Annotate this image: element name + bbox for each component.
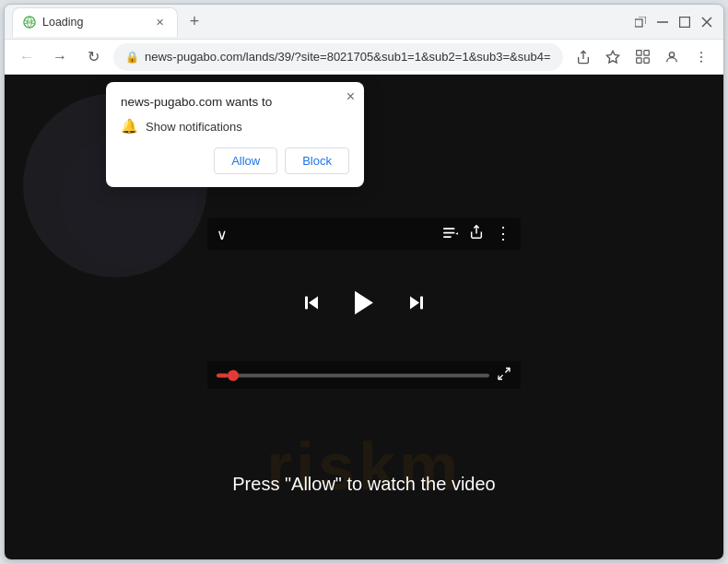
close-window-button[interactable] xyxy=(698,13,716,31)
popup-close-button[interactable]: × xyxy=(346,89,355,104)
player-share-icon[interactable] xyxy=(469,225,484,243)
svg-rect-8 xyxy=(636,51,640,55)
player-main xyxy=(207,251,521,361)
svg-rect-1 xyxy=(635,19,642,27)
svg-rect-9 xyxy=(643,51,648,55)
svg-rect-11 xyxy=(643,58,648,63)
player-top-controls: ⋮ xyxy=(443,225,511,243)
tab-title: Loading xyxy=(42,16,146,29)
svg-rect-3 xyxy=(680,17,690,27)
allow-prompt-text: Press "Allow" to watch the video xyxy=(5,474,723,495)
svg-point-12 xyxy=(669,52,674,56)
restore-down-button[interactable] xyxy=(631,13,650,31)
browser-window: Loading ✕ + ← xyxy=(4,4,724,560)
url-box[interactable]: 🔒 news-pugabo.com/lands/39/?site=8021705… xyxy=(113,43,563,71)
player-next-button[interactable] xyxy=(405,292,428,320)
bookmark-button[interactable] xyxy=(600,44,626,70)
player-collapse-button[interactable]: ∨ xyxy=(217,225,228,242)
svg-rect-25 xyxy=(420,297,423,310)
popup-buttons: Allow Block xyxy=(121,147,349,174)
url-text: news-pugabo.com/lands/39/?site=8021705&s… xyxy=(145,50,551,64)
share-button[interactable] xyxy=(570,44,596,70)
player-fullscreen-button[interactable] xyxy=(497,367,511,384)
back-button[interactable]: ← xyxy=(14,44,40,70)
svg-point-15 xyxy=(700,60,702,62)
svg-rect-16 xyxy=(443,228,454,229)
window-controls xyxy=(631,13,716,31)
player-progress-bar[interactable] xyxy=(217,373,489,377)
block-button[interactable]: Block xyxy=(285,147,349,174)
popup-title: news-pugabo.com wants to xyxy=(121,95,349,109)
profile-button[interactable] xyxy=(659,44,685,70)
allow-button[interactable]: Allow xyxy=(214,147,277,174)
svg-marker-7 xyxy=(606,51,618,63)
menu-button[interactable] xyxy=(688,44,714,70)
refresh-button[interactable]: ↻ xyxy=(80,44,106,70)
player-progress-fill xyxy=(217,373,228,377)
tab-close-button[interactable]: ✕ xyxy=(151,14,168,30)
video-player: ∨ xyxy=(207,217,521,390)
notification-popup: × news-pugabo.com wants to 🔔 Show notifi… xyxy=(106,82,364,187)
svg-point-13 xyxy=(700,52,702,53)
player-bottom-bar xyxy=(207,361,521,390)
tab-search-button[interactable] xyxy=(629,44,655,70)
player-play-button[interactable] xyxy=(348,287,380,324)
bell-icon: 🔔 xyxy=(121,118,138,135)
tab-bar: Loading ✕ + xyxy=(12,7,631,37)
svg-point-14 xyxy=(700,56,702,58)
svg-point-0 xyxy=(24,17,35,28)
svg-rect-17 xyxy=(443,232,454,234)
svg-rect-10 xyxy=(636,58,640,63)
player-more-icon[interactable]: ⋮ xyxy=(495,225,511,243)
player-prev-button[interactable] xyxy=(300,292,323,320)
player-playlist-icon[interactable] xyxy=(443,225,458,243)
popup-notification-label: Show notifications xyxy=(146,120,242,134)
toolbar-actions xyxy=(570,44,714,70)
svg-rect-18 xyxy=(443,236,452,238)
svg-line-26 xyxy=(505,369,510,373)
svg-line-27 xyxy=(499,375,503,380)
maximize-button[interactable] xyxy=(675,13,694,31)
content-area: riskm ∨ xyxy=(5,75,723,559)
new-tab-button[interactable]: + xyxy=(182,9,207,35)
svg-marker-19 xyxy=(455,232,458,236)
address-bar: ← → ↻ 🔒 news-pugabo.com/lands/39/?site=8… xyxy=(5,40,723,75)
active-tab[interactable]: Loading ✕ xyxy=(12,7,178,37)
title-bar: Loading ✕ + xyxy=(5,5,723,40)
tab-favicon xyxy=(22,15,37,29)
player-top-bar: ∨ xyxy=(207,217,521,251)
svg-marker-21 xyxy=(309,297,318,310)
forward-button[interactable]: → xyxy=(47,44,73,70)
svg-marker-24 xyxy=(410,297,419,310)
svg-marker-23 xyxy=(355,290,373,314)
lock-icon: 🔒 xyxy=(125,51,139,64)
minimize-button[interactable] xyxy=(653,13,672,31)
popup-notification-row: 🔔 Show notifications xyxy=(121,118,349,135)
svg-rect-22 xyxy=(305,297,308,310)
player-progress-dot[interactable] xyxy=(228,370,239,381)
